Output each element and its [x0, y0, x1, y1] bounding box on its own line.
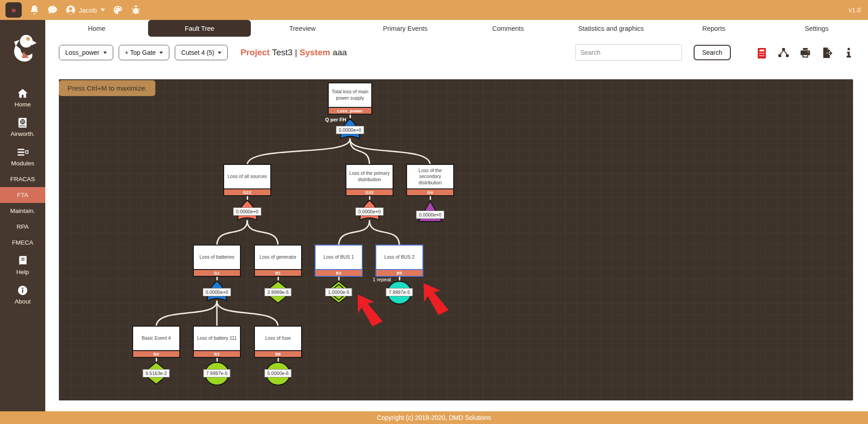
- sidebar-item-about[interactable]: About: [0, 280, 45, 309]
- node-box-b1[interactable]: Loss of generatorB1: [254, 245, 302, 277]
- project-system-title: Project Test3 | System aaa: [240, 48, 347, 58]
- info-icon[interactable]: [843, 47, 854, 58]
- messages-chat-icon[interactable]: [47, 5, 58, 15]
- notifications-bell-icon[interactable]: [29, 5, 40, 15]
- node-box-b5[interactable]: Loss of BUS 2B5: [375, 245, 423, 277]
- node-tag: B2: [316, 269, 362, 276]
- bug-report-icon[interactable]: [130, 5, 141, 15]
- system-name: aaa: [332, 48, 347, 57]
- fault-tree-canvas[interactable]: Press Ctrl+M to maximize. Total loss of …: [59, 79, 853, 400]
- node-box-g22[interactable]: Loss of all sourcesG22: [223, 164, 271, 196]
- sidebar-item-fracas[interactable]: FRACAS: [0, 171, 45, 187]
- fault-tree-node-b8: Loss of fuseB85.0000e-6: [254, 326, 302, 388]
- node-probability-value: 3.9999e-5: [264, 288, 291, 296]
- node-title: Total loss of main power supply: [329, 83, 371, 107]
- gate-selector-dropdown[interactable]: Loss_power: [59, 45, 113, 60]
- fault-tree-node-g33: Loss of the primary distributionG330.000…: [345, 164, 393, 222]
- sidebar-item-label: Help: [16, 269, 29, 275]
- node-box-b3[interactable]: Loss of battery 111B3: [193, 326, 241, 358]
- node-connector-stub: [399, 277, 400, 280]
- modules-icon: [17, 146, 29, 158]
- topbar: » Jacob v1.0: [0, 0, 868, 20]
- user-avatar-icon: [65, 5, 76, 15]
- sidebar-item-label: Maintain.: [10, 207, 35, 214]
- fault-tree-node-b3: Loss of battery 111B37.9997e-5: [193, 326, 241, 388]
- node-probability-value: 5.0000e-6: [264, 369, 291, 377]
- search-input[interactable]: [575, 44, 682, 61]
- user-menu[interactable]: Jacob: [65, 5, 105, 15]
- tab-comments[interactable]: Comments: [457, 20, 560, 37]
- node-connector-stub: [216, 358, 218, 361]
- node-box-g4[interactable]: Loss of the secondary distributionG4: [406, 164, 454, 196]
- node-title: Loss of generator: [255, 246, 301, 269]
- sidebar-item-fmeca[interactable]: FMECA: [0, 235, 45, 251]
- search-button[interactable]: Search: [694, 45, 731, 60]
- node-box-b2[interactable]: Loss of BUS 1B2: [315, 245, 363, 277]
- node-title: Loss of batteries: [194, 246, 240, 269]
- node-box-b4[interactable]: Basic Event 4B4: [132, 326, 180, 358]
- fault-tree-node-b1: Loss of generatorB13.9999e-5: [254, 245, 302, 306]
- node-tag: G4: [407, 188, 453, 195]
- node-connector-stub: [278, 277, 279, 280]
- node-box-g1[interactable]: Loss of batteriesG1: [193, 245, 241, 277]
- node-tag: B8: [255, 350, 301, 357]
- sidebar-item-fta[interactable]: FTA: [0, 187, 45, 203]
- toolbar-icons: [756, 47, 854, 58]
- tab-reports[interactable]: Reports: [662, 20, 765, 37]
- node-title: Loss of BUS 1: [316, 246, 362, 269]
- tab-home[interactable]: Home: [45, 20, 148, 37]
- theme-palette-icon[interactable]: [112, 5, 123, 15]
- tab-treeview[interactable]: Treeview: [251, 20, 354, 37]
- project-label: Project: [240, 48, 269, 57]
- tab-fault-tree[interactable]: Fault Tree: [148, 20, 251, 37]
- print-icon[interactable]: [800, 47, 811, 58]
- sidebar-item-label: About: [14, 298, 30, 305]
- project-diagram-icon[interactable]: [778, 47, 789, 58]
- node-probability-value: 0.0000e+0: [203, 288, 231, 296]
- tab-settings[interactable]: Settings: [765, 20, 868, 37]
- sidebar-item-home[interactable]: Home: [0, 83, 45, 112]
- node-repeat-note: 1 repeat: [373, 277, 391, 282]
- main-panel: HomeFault TreeTreeviewPrimary EventsComm…: [45, 20, 868, 411]
- cutset-dropdown[interactable]: Cutset 4 (5): [175, 45, 228, 60]
- sidebar: HomeAirworth.ModulesFRACASFTAMaintain.RP…: [0, 20, 45, 411]
- sidebar-item-modules[interactable]: Modules: [0, 142, 45, 171]
- chevron-down-icon: [159, 52, 163, 54]
- copyright-text: Copyright (c) 2018-2020, DMD Solutions: [377, 414, 491, 421]
- file-export-icon[interactable]: [821, 47, 833, 58]
- node-title: Loss of the secondary distribution: [407, 165, 453, 188]
- chevron-down-icon: [103, 52, 107, 54]
- node-connector-stub: [216, 277, 218, 280]
- node-box-loss_power[interactable]: Total loss of main power supplyLoss_powe…: [328, 82, 372, 115]
- tree-edge-g22-g1: [217, 221, 247, 246]
- sidebar-item-label: RPA: [17, 223, 29, 230]
- sidebar-item-maintain-[interactable]: Maintain.: [0, 203, 45, 219]
- node-connector-stub: [247, 196, 248, 200]
- node-connector-stub: [430, 196, 431, 200]
- node-probability-value: 7.9997e-5: [386, 288, 412, 296]
- calculator-icon[interactable]: [756, 47, 767, 58]
- node-tag: G22: [224, 188, 270, 195]
- sidebar-collapse-button[interactable]: »: [5, 2, 22, 18]
- tab-bar: HomeFault TreeTreeviewPrimary EventsComm…: [45, 20, 868, 37]
- system-label: System: [300, 48, 331, 57]
- tree-edge-g22-b1: [247, 221, 278, 246]
- home-icon: [17, 87, 29, 99]
- node-box-g33[interactable]: Loss of the primary distributionG33: [345, 164, 393, 196]
- node-q-per-fh-label: Q per FH: [325, 117, 346, 122]
- tree-edge-top-g33: [350, 139, 369, 165]
- tab-primary-events[interactable]: Primary Events: [354, 20, 456, 37]
- add-top-gate-dropdown[interactable]: + Top Gate: [119, 45, 170, 60]
- node-probability-value: 7.9997e-5: [203, 369, 230, 377]
- sidebar-item-label: Airworth.: [10, 130, 34, 137]
- node-probability-value: 0.0000e+0: [416, 211, 444, 219]
- app-logo-bird-icon: [9, 32, 37, 65]
- fault-tree-node-b5: Loss of BUS 2B57.9997e-51 repeat: [375, 245, 423, 307]
- node-probability-value: 0.0000e+0: [355, 207, 384, 216]
- tab-statistics-and-graphics[interactable]: Statistics and graphics: [560, 20, 662, 37]
- maximize-hint-tooltip: Press Ctrl+M to maximize.: [59, 80, 155, 96]
- sidebar-item-help[interactable]: Help: [0, 251, 45, 280]
- node-box-b8[interactable]: Loss of fuseB8: [254, 326, 302, 358]
- sidebar-item-rpa[interactable]: RPA: [0, 219, 45, 235]
- sidebar-item-airworth-[interactable]: Airworth.: [0, 112, 45, 142]
